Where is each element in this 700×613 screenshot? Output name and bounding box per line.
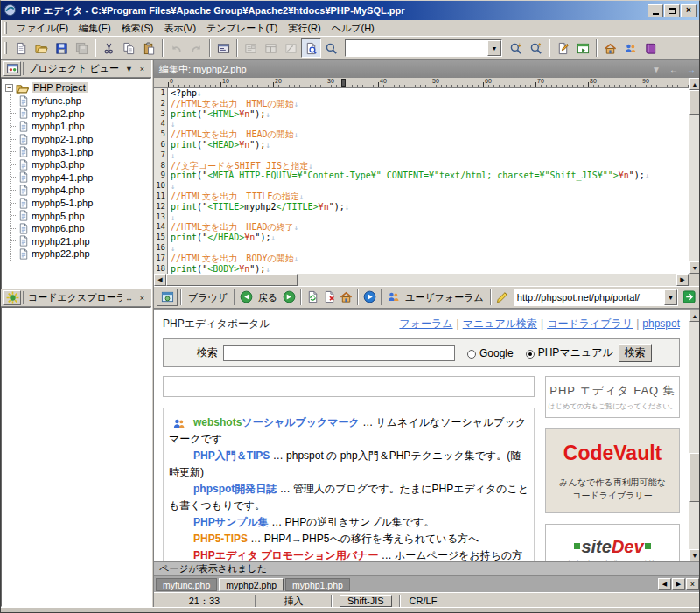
tree-item-label[interactable]: myphp1.php — [32, 121, 85, 131]
code-line[interactable]: 17//HTML文を出力 BODYの開始↓ — [154, 254, 689, 264]
tree-item[interactable]: myphp3.php — [10, 158, 150, 171]
save-button[interactable] — [52, 38, 72, 58]
tree-item-label[interactable]: myphp5-1.php — [32, 198, 93, 208]
browser-vscrollbar[interactable]: ▲ ▼ — [689, 310, 700, 561]
code-line[interactable]: 15print("</HEAD>¥n");↓ — [154, 233, 689, 243]
tab-scroll-left-icon[interactable]: ◀ — [658, 578, 671, 590]
vscroll-thumb[interactable] — [689, 90, 700, 115]
stop-button[interactable] — [321, 289, 338, 306]
explorer-close-button[interactable]: × — [136, 292, 149, 304]
page-nav-link[interactable]: マニュアル検索 — [463, 317, 537, 330]
browser-scroll-down-icon[interactable]: ▼ — [689, 549, 700, 561]
url-dropdown-icon[interactable]: ▼ — [664, 289, 677, 305]
editor-back-icon[interactable]: ← — [669, 65, 678, 74]
scroll-up-icon[interactable]: ▲ — [689, 78, 700, 90]
item-link-prefix[interactable]: webshots — [193, 416, 242, 428]
code-line[interactable]: 3print("<HTML>¥n");↓ — [154, 109, 689, 120]
tree-item-label[interactable]: myfunc.php — [32, 95, 81, 106]
file-tab[interactable]: myphp1.php — [285, 578, 350, 591]
code-line[interactable]: 14//HTML文を出力 HEADの終了↓ — [154, 222, 689, 233]
page-nav-link[interactable]: フォーラム — [399, 317, 452, 330]
menu-item[interactable]: ファイル(F) — [11, 20, 74, 37]
explorer-swap-button[interactable]: ↔ — [122, 292, 136, 304]
item-link[interactable]: PHPエディタ プロモーション用バナー — [193, 549, 378, 561]
tree-item[interactable]: myphp4.php — [10, 184, 150, 197]
menu-item[interactable]: 検索(S) — [116, 20, 159, 37]
code-line[interactable]: 13↓ — [154, 212, 689, 223]
tree-expander-icon[interactable]: − — [5, 84, 13, 92]
tree-item[interactable]: myphp6.php — [10, 222, 150, 235]
tree-item[interactable]: myphp5.php — [10, 209, 150, 222]
maximize-button[interactable] — [664, 4, 680, 17]
console-button[interactable] — [214, 38, 234, 58]
open-folder-button[interactable] — [32, 38, 52, 58]
tree-root[interactable]: − PHP Project — [5, 80, 150, 94]
tree-item-label[interactable]: myphp4.php — [32, 185, 85, 195]
radio-google-label[interactable]: Google — [480, 347, 514, 359]
url-input[interactable] — [514, 289, 664, 305]
tree-item-label[interactable]: myphp4-1.php — [32, 172, 93, 183]
page-search-input[interactable] — [223, 345, 455, 361]
file-tab[interactable]: myfunc.php — [156, 578, 217, 591]
user-forum-label[interactable]: ユーザフォーラム — [402, 291, 487, 304]
run-browser-button[interactable] — [573, 38, 593, 58]
code-line[interactable]: 4↓ — [154, 119, 689, 129]
menu-item[interactable]: 編集(E) — [74, 20, 116, 37]
code-line[interactable]: 8//文字コードをSHIFT JISと指定↓ — [154, 161, 689, 171]
tree-item-label[interactable]: myphp2-1.php — [32, 134, 93, 144]
browser-scroll-thumb[interactable] — [689, 453, 700, 502]
code-line[interactable]: 1<?php↓ — [154, 88, 689, 99]
item-link[interactable]: PHPサンプル集 — [193, 516, 269, 528]
page-nav-link[interactable]: phpspot — [642, 317, 680, 330]
tree-item[interactable]: myphp2.php — [10, 108, 150, 121]
code-line[interactable]: 11//HTML文を出力 TITLEの指定↓ — [154, 192, 689, 202]
item-link[interactable]: phpspot開発日誌 — [193, 483, 276, 495]
minimize-button[interactable] — [648, 4, 663, 17]
tree-item[interactable]: myphp1.php — [10, 120, 150, 133]
toolbar-combo-dropdown-icon[interactable]: ▼ — [487, 40, 501, 56]
project-close-button[interactable]: × — [136, 63, 149, 75]
browser-label-button[interactable]: ブラウザ — [185, 291, 231, 304]
tree-item-label[interactable]: myphp22.php — [32, 248, 90, 259]
browser-home-button[interactable] — [338, 289, 354, 306]
tree-item-label[interactable]: myphp21.php — [32, 236, 90, 247]
toolbar-combo-input[interactable] — [346, 40, 487, 56]
tree-item[interactable]: myphp4-1.php — [10, 171, 150, 185]
hscroll-thumb[interactable] — [166, 274, 298, 286]
code-line[interactable]: 5//HTML文を出力 HEADの開始↓ — [154, 129, 689, 140]
code-line[interactable]: 18print("<BODY>¥n");↓ — [154, 264, 689, 274]
editor-hscrollbar[interactable]: ◀ ▶ — [154, 274, 689, 286]
zoom-button[interactable] — [321, 38, 341, 58]
tree-item[interactable]: myphp22.php — [10, 247, 150, 261]
scroll-left-icon[interactable]: ◀ — [154, 274, 166, 286]
code-line[interactable]: 16↓ — [154, 243, 689, 254]
code-area[interactable]: 1<?php↓2//HTML文を出力 HTMLの開始↓3print("<HTML… — [154, 88, 689, 274]
scroll-down-icon[interactable]: ▼ — [689, 261, 700, 274]
browser-window-button[interactable] — [157, 289, 178, 306]
browser-scroll-up-icon[interactable]: ▲ — [689, 310, 700, 322]
tree-item-label[interactable]: myphp5.php — [32, 211, 85, 221]
tree-item[interactable]: myphp2-1.php — [10, 133, 150, 146]
toolbar-grip[interactable] — [4, 42, 7, 54]
codevault-banner[interactable]: CodeVault みんなで作る再利用可能な コードライブラリー — [545, 428, 680, 513]
faq-banner[interactable]: PHP エディタ FAQ 集 はじめての方もご覧になってください。 — [545, 376, 680, 418]
item-link[interactable]: PHP5-TIPS — [193, 533, 248, 545]
go-button[interactable] — [361, 289, 378, 306]
find-prev-button[interactable] — [526, 38, 546, 58]
back-label[interactable]: 戻る — [255, 291, 281, 304]
menu-item[interactable]: テンプレート(T) — [201, 20, 283, 37]
tree-item-label[interactable]: myphp2.php — [32, 108, 85, 119]
tree-item-label[interactable]: myphp6.php — [32, 223, 85, 233]
scroll-right-icon[interactable]: ▶ — [676, 274, 689, 286]
forward-button[interactable] — [281, 289, 298, 306]
code-line[interactable]: 2//HTML文を出力 HTMLの開始↓ — [154, 99, 689, 109]
refresh-button[interactable] — [304, 289, 321, 306]
find-next-button[interactable] — [506, 38, 526, 58]
home-button[interactable] — [600, 38, 620, 58]
tab-scroll-right-icon[interactable]: ▶ — [672, 578, 685, 590]
editor-forward-icon[interactable]: → — [687, 65, 696, 74]
code-line[interactable]: 6print("<HEAD>¥n");↓ — [154, 140, 689, 150]
cut-button[interactable] — [99, 38, 119, 58]
navigate-button[interactable] — [681, 289, 697, 306]
editor-dropdown-icon[interactable]: ▼ — [652, 65, 661, 74]
